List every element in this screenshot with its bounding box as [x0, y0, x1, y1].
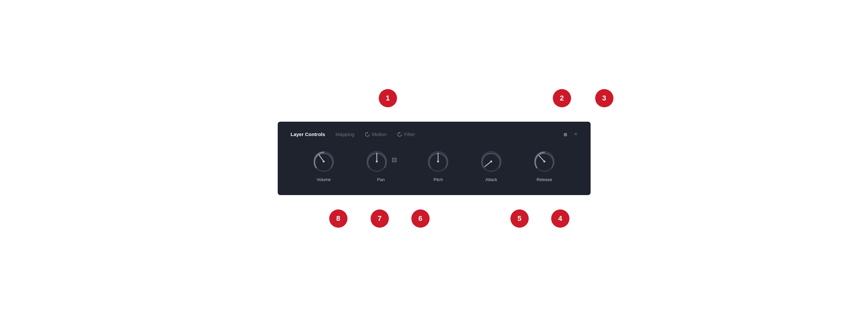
volume-knob-group: Volume	[312, 150, 335, 182]
svg-point-9	[376, 161, 378, 163]
pin-icon[interactable]: ◆	[561, 130, 569, 138]
annotation-5: 5	[510, 209, 529, 228]
tab-layer-controls[interactable]: Layer Controls	[291, 132, 325, 137]
tab-motion[interactable]: Motion	[365, 132, 386, 137]
attack-knob-group: Attack	[479, 150, 503, 182]
knobs-row: Volume ⚄ Pan	[291, 150, 578, 182]
release-knob[interactable]	[533, 150, 556, 173]
attack-label: Attack	[485, 177, 497, 182]
filter-power-icon	[397, 132, 402, 137]
release-label: Release	[536, 177, 552, 182]
link-icon[interactable]: ⚄	[392, 157, 397, 164]
header: Layer Controls Mapping Motion Filter	[291, 131, 578, 138]
annotation-4: 4	[551, 209, 569, 228]
svg-point-6	[323, 161, 324, 163]
annotation-7: 7	[371, 209, 389, 228]
close-button[interactable]: ×	[574, 131, 578, 138]
pan-label: Pan	[377, 177, 384, 182]
outer-container: 1 2 3 4 5 6 7 8 Layer Controls Mapping	[255, 102, 614, 234]
svg-line-17	[539, 156, 544, 162]
release-knob-group: Release	[533, 150, 556, 182]
attack-knob[interactable]	[479, 150, 503, 173]
annotation-2: 2	[553, 89, 571, 107]
header-right: ◆ ×	[563, 131, 578, 138]
annotation-8: 8	[329, 209, 347, 228]
pan-knob-with-link: ⚄	[365, 150, 397, 173]
pan-knob[interactable]	[365, 150, 389, 173]
svg-point-12	[437, 161, 439, 163]
svg-line-5	[319, 155, 324, 162]
volume-knob[interactable]	[312, 150, 335, 173]
motion-power-icon	[365, 132, 370, 137]
volume-label: Volume	[316, 177, 331, 182]
tab-filter[interactable]: Filter	[397, 132, 415, 137]
pitch-label: Pitch	[434, 177, 443, 182]
svg-line-14	[485, 162, 491, 167]
tab-mapping[interactable]: Mapping	[335, 132, 354, 137]
svg-point-18	[544, 161, 545, 163]
pitch-knob[interactable]	[426, 150, 450, 173]
annotation-6: 6	[411, 209, 430, 228]
annotation-3: 3	[595, 89, 614, 107]
pan-knob-group: ⚄ Pan	[365, 150, 397, 182]
pitch-knob-group: Pitch	[426, 150, 450, 182]
annotation-1: 1	[379, 89, 397, 107]
svg-point-15	[490, 161, 492, 163]
panel: Layer Controls Mapping Motion Filter	[278, 122, 591, 195]
